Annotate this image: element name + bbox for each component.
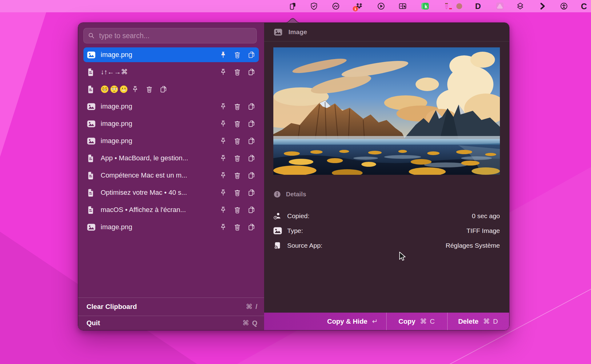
clipboard-list-panel: image.png ↓↑←→⌘ xyxy=(78,23,264,330)
pin-icon[interactable] xyxy=(219,206,227,214)
trash-icon[interactable] xyxy=(234,137,241,145)
detail-row-type: Type: TIFF Image xyxy=(273,223,500,238)
delete-button[interactable]: Delete ⌘ D xyxy=(447,313,509,330)
copy-icon[interactable] xyxy=(248,206,255,214)
trash-icon[interactable] xyxy=(146,86,153,93)
accessibility-icon[interactable] xyxy=(560,2,568,10)
copy-icon[interactable] xyxy=(160,86,167,93)
item-actions xyxy=(219,120,255,127)
search-icon xyxy=(88,32,95,39)
action-bar: Copy & Hide ↵ Copy ⌘ C Delete ⌘ D xyxy=(264,313,509,330)
item-type-icon xyxy=(87,102,96,110)
item-actions xyxy=(219,137,255,145)
preview-header: Image xyxy=(264,23,509,42)
pink-app-icon[interactable] xyxy=(496,2,504,10)
copy-icon[interactable] xyxy=(248,68,255,76)
trash-icon[interactable] xyxy=(234,103,241,110)
search-field[interactable] xyxy=(83,28,257,43)
quit-label: Quit xyxy=(86,319,100,327)
pin-icon[interactable] xyxy=(219,172,227,179)
pin-filled-icon[interactable] xyxy=(219,51,227,58)
item-type-icon xyxy=(87,137,96,145)
emoji-grinning-face xyxy=(120,85,128,93)
copy-icon[interactable] xyxy=(248,137,255,145)
clipboard-item[interactable]: image.png xyxy=(83,99,259,114)
copy-icon[interactable] xyxy=(248,120,255,127)
item-label: image.png xyxy=(101,137,216,145)
chevron-right-icon[interactable] xyxy=(538,2,546,10)
panel-footer: Clear Clipboard ⌘ / Quit ⌘ Q xyxy=(78,298,264,330)
pin-icon[interactable] xyxy=(219,120,227,127)
image-icon xyxy=(273,227,282,235)
copy-icon[interactable] xyxy=(248,154,255,162)
text-file-icon xyxy=(87,85,94,94)
clipboard-item[interactable]: App • MacBoard, le gestion... xyxy=(83,151,259,166)
text-file-icon xyxy=(87,189,94,197)
stack-icon[interactable] xyxy=(516,2,524,10)
quit-button[interactable]: Quit ⌘ Q xyxy=(78,316,264,330)
item-type-icon xyxy=(87,68,96,76)
copy-icon[interactable] xyxy=(248,172,255,179)
copy-button[interactable]: Copy ⌘ C xyxy=(386,313,447,330)
letter-d-icon[interactable]: D xyxy=(474,2,482,10)
trash-icon[interactable] xyxy=(234,172,241,179)
clipboard-item[interactable]: Optimisez votre Mac • 40 s... xyxy=(83,185,259,200)
adobe-creative-cloud-icon[interactable] xyxy=(332,2,340,10)
shield-check-icon[interactable] xyxy=(310,2,318,10)
image-file-icon xyxy=(87,138,95,145)
text-file-icon xyxy=(87,171,94,180)
item-actions xyxy=(219,68,255,76)
clipboard-manager-icon[interactable] xyxy=(289,2,297,10)
trash-icon[interactable] xyxy=(234,154,241,162)
dropbox-icon[interactable]: 1 xyxy=(355,2,363,10)
text-file-icon xyxy=(87,154,94,162)
pin-icon[interactable] xyxy=(219,68,227,76)
clipboard-item[interactable]: image.png xyxy=(83,134,259,148)
clipboard-item[interactable]: image.png xyxy=(83,116,259,131)
window-picker-icon[interactable] xyxy=(399,2,407,10)
clipboard-item[interactable]: Compétence Mac est un m... xyxy=(83,168,259,183)
clipboard-item[interactable]: image.png xyxy=(83,220,259,234)
item-actions xyxy=(131,86,167,93)
image-file-icon xyxy=(87,103,95,110)
pin-icon[interactable] xyxy=(219,103,227,110)
status-dot-icon[interactable] xyxy=(455,2,463,10)
detail-row-copied: Copied: 0 sec ago xyxy=(273,209,500,223)
wallpaper-shape xyxy=(0,12,46,157)
delete-shortcut: ⌘ D xyxy=(483,318,499,326)
item-actions xyxy=(219,51,255,58)
trash-icon[interactable] xyxy=(234,68,241,76)
copy-icon[interactable] xyxy=(248,223,255,231)
trash-icon[interactable] xyxy=(234,223,241,231)
trash-icon[interactable] xyxy=(234,189,241,196)
pin-icon[interactable] xyxy=(219,189,227,196)
pin-icon[interactable] xyxy=(219,137,227,145)
play-circle-icon[interactable] xyxy=(377,2,385,10)
trash-icon[interactable] xyxy=(234,120,241,127)
copy-icon[interactable] xyxy=(248,189,255,196)
sort-columns-icon[interactable] xyxy=(444,2,452,10)
emoji-pleading-face xyxy=(110,85,118,93)
clipboard-item[interactable]: ↓↑←→⌘ xyxy=(83,65,259,79)
quit-shortcut: ⌘ Q xyxy=(243,319,258,327)
search-input[interactable] xyxy=(98,31,252,40)
clipboard-item[interactable] xyxy=(83,82,259,97)
kite-icon[interactable]: k xyxy=(421,2,429,10)
clear-clipboard-button[interactable]: Clear Clipboard ⌘ / xyxy=(78,298,264,316)
item-type-icon xyxy=(87,223,96,231)
pin-icon[interactable] xyxy=(219,223,227,231)
trash-icon[interactable] xyxy=(234,51,241,58)
image-file-icon xyxy=(87,224,95,231)
copy-icon[interactable] xyxy=(248,103,255,110)
details-header: Details xyxy=(274,191,306,198)
pin-icon[interactable] xyxy=(219,154,227,162)
trash-icon[interactable] xyxy=(234,206,241,214)
clipboard-item[interactable]: macOS • Affichez à l'écran... xyxy=(83,202,259,217)
letter-c-icon[interactable]: C xyxy=(580,2,588,10)
pin-icon[interactable] xyxy=(131,86,139,93)
item-actions xyxy=(219,172,255,179)
copy-icon[interactable] xyxy=(248,51,255,58)
copy-and-hide-button[interactable]: Copy & Hide ↵ xyxy=(264,313,386,330)
clipboard-item[interactable]: image.png xyxy=(83,47,259,62)
mouse-cursor xyxy=(399,252,407,262)
